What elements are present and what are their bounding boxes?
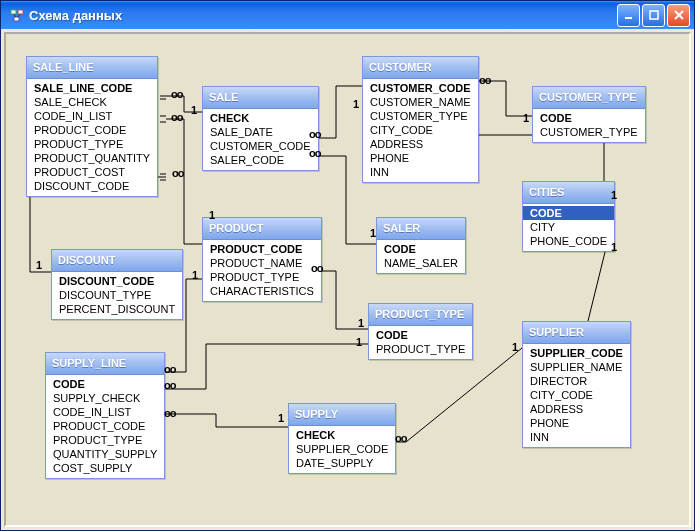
table-body: CHECKSUPPLIER_CODEDATE_SUPPLY [289,426,395,473]
cardinality-label: oo [171,111,182,123]
field[interactable]: CHARACTERISTICS [203,284,321,298]
field[interactable]: SALE_CHECK [27,95,157,109]
field[interactable]: PRODUCT_TYPE [203,270,321,284]
app-icon [9,7,25,23]
field[interactable]: CUSTOMER_CODE [203,139,318,153]
table-discount[interactable]: DISCOUNTDISCOUNT_CODEDISCOUNT_TYPEPERCEN… [51,249,183,320]
table-header[interactable]: SALER [377,218,465,240]
field[interactable]: PRODUCT_CODE [203,242,321,256]
field[interactable]: PHONE_CODE [523,234,614,248]
field[interactable]: PRODUCT_TYPE [46,433,164,447]
field[interactable]: DISCOUNT_TYPE [52,288,182,302]
table-customer[interactable]: CUSTOMERCUSTOMER_CODECUSTOMER_NAMECUSTOM… [362,56,479,183]
table-cities[interactable]: CITIESCODECITYPHONE_CODE [522,181,615,252]
field[interactable]: PRODUCT_CODE [46,419,164,433]
field[interactable]: NAME_SALER [377,256,465,270]
diagram-canvas[interactable]: SALE_LINESALE_LINE_CODESALE_CHECKCODE_IN… [4,32,691,527]
cardinality-label: oo [479,74,490,86]
field[interactable]: SUPPLY_CHECK [46,391,164,405]
cardinality-label: oo [164,407,175,419]
field[interactable]: PRODUCT_TYPE [369,342,472,356]
table-header[interactable]: SALE_LINE [27,57,157,79]
field[interactable]: SALE_DATE [203,125,318,139]
table-body: CHECKSALE_DATECUSTOMER_CODESALER_CODE [203,109,318,170]
field[interactable]: CITY_CODE [523,388,630,402]
table-body: CODECITYPHONE_CODE [523,204,614,251]
table-supply_line[interactable]: SUPPLY_LINECODESUPPLY_CHECKCODE_IN_LISTP… [45,352,165,479]
table-header[interactable]: SUPPLY [289,404,395,426]
table-body: CODECUSTOMER_TYPE [533,109,645,142]
field[interactable]: DISCOUNT_CODE [27,179,157,193]
field[interactable]: PRODUCT_TYPE [27,137,157,151]
field[interactable]: PHONE [523,416,630,430]
field[interactable]: SUPPLIER_CODE [523,346,630,360]
field[interactable]: SALE_LINE_CODE [27,81,157,95]
table-body: SUPPLIER_CODESUPPLIER_NAMEDIRECTORCITY_C… [523,344,630,447]
field[interactable]: COST_SUPPLY [46,461,164,475]
field[interactable]: CUSTOMER_TYPE [363,109,478,123]
field[interactable]: INN [363,165,478,179]
field[interactable]: SALER_CODE [203,153,318,167]
table-supply[interactable]: SUPPLYCHECKSUPPLIER_CODEDATE_SUPPLY [288,403,396,474]
table-header[interactable]: CITIES [523,182,614,204]
field[interactable]: PRODUCT_QUANTITY [27,151,157,165]
window-title: Схема данных [29,8,617,23]
table-sale[interactable]: SALECHECKSALE_DATECUSTOMER_CODESALER_COD… [202,86,319,171]
field[interactable]: ADDRESS [363,137,478,151]
field[interactable]: DIRECTOR [523,374,630,388]
field[interactable]: SUPPLIER_NAME [523,360,630,374]
table-body: CODENAME_SALER [377,240,465,273]
table-product[interactable]: PRODUCTPRODUCT_CODEPRODUCT_NAMEPRODUCT_T… [202,217,322,302]
table-product_type[interactable]: PRODUCT_TYPECODEPRODUCT_TYPE [368,303,473,360]
field[interactable]: CODE [46,377,164,391]
close-button[interactable] [667,4,690,27]
field[interactable]: CITY [523,220,614,234]
window-frame: Схема данных [0,0,695,531]
field[interactable]: CUSTOMER_CODE [363,81,478,95]
table-sale_line[interactable]: SALE_LINESALE_LINE_CODESALE_CHECKCODE_IN… [26,56,158,197]
field[interactable]: CUSTOMER_TYPE [533,125,645,139]
table-header[interactable]: DISCOUNT [52,250,182,272]
field[interactable]: DATE_SUPPLY [289,456,395,470]
field[interactable]: PERCENT_DISCOUNT [52,302,182,316]
table-supplier[interactable]: SUPPLIERSUPPLIER_CODESUPPLIER_NAMEDIRECT… [522,321,631,448]
minimize-button[interactable] [617,4,640,27]
field[interactable]: PRODUCT_NAME [203,256,321,270]
table-body: CUSTOMER_CODECUSTOMER_NAMECUSTOMER_TYPEC… [363,79,478,182]
field[interactable]: INN [523,430,630,444]
field[interactable]: SUPPLIER_CODE [289,442,395,456]
table-header[interactable]: CUSTOMER [363,57,478,79]
field[interactable]: CODE [369,328,472,342]
table-header[interactable]: PRODUCT [203,218,321,240]
field[interactable]: ADDRESS [523,402,630,416]
maximize-button[interactable] [642,4,665,27]
table-header[interactable]: CUSTOMER_TYPE [533,87,645,109]
field[interactable]: CODE [523,206,614,220]
field[interactable]: CHECK [289,428,395,442]
field[interactable]: CODE [377,242,465,256]
table-saler[interactable]: SALERCODENAME_SALER [376,217,466,274]
table-body: DISCOUNT_CODEDISCOUNT_TYPEPERCENT_DISCOU… [52,272,182,319]
field[interactable]: CODE [533,111,645,125]
svg-rect-6 [650,11,658,19]
field[interactable]: QUANTITY_SUPPLY [46,447,164,461]
field[interactable]: PRODUCT_CODE [27,123,157,137]
field[interactable]: CODE_IN_LIST [27,109,157,123]
field[interactable]: PHONE [363,151,478,165]
cardinality-label: 1 [192,269,198,281]
cardinality-label: oo [172,167,183,179]
table-header[interactable]: PRODUCT_TYPE [369,304,472,326]
field[interactable]: CODE_IN_LIST [46,405,164,419]
table-header[interactable]: SALE [203,87,318,109]
field[interactable]: CITY_CODE [363,123,478,137]
field[interactable]: PRODUCT_COST [27,165,157,179]
table-header[interactable]: SUPPLY_LINE [46,353,164,375]
cardinality-label: 1 [36,259,42,271]
cardinality-label: 1 [278,412,284,424]
titlebar[interactable]: Схема данных [1,1,694,29]
field[interactable]: CUSTOMER_NAME [363,95,478,109]
table-header[interactable]: SUPPLIER [523,322,630,344]
field[interactable]: DISCOUNT_CODE [52,274,182,288]
field[interactable]: CHECK [203,111,318,125]
table-customer_type[interactable]: CUSTOMER_TYPECODECUSTOMER_TYPE [532,86,646,143]
